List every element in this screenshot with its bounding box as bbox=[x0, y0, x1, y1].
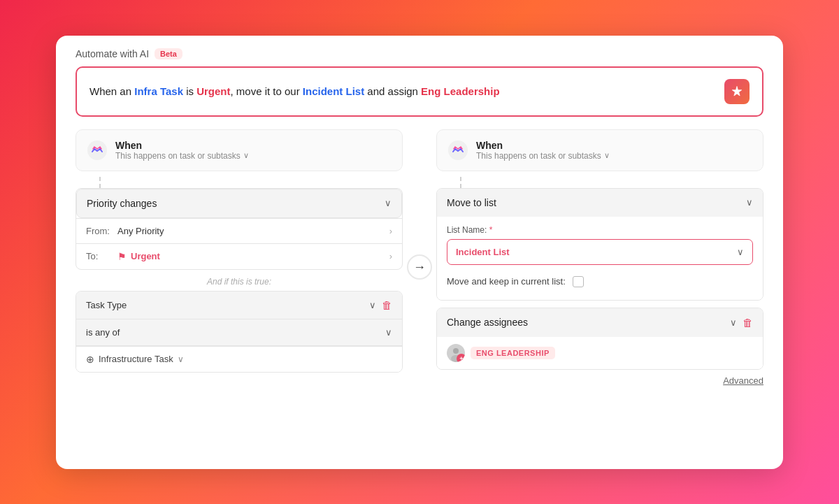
trigger-chevron: ∨ bbox=[385, 198, 392, 208]
assignees-delete-icon[interactable]: 🗑 bbox=[743, 317, 753, 329]
assignees-label: Change assignees bbox=[447, 317, 528, 328]
infra-chevron: ∨ bbox=[178, 354, 184, 364]
prompt-urgent: Urgent bbox=[196, 85, 230, 97]
prompt-middle1: is bbox=[183, 85, 196, 97]
ai-prompt-text: When an Infra Task is Urgent, move it to… bbox=[89, 85, 500, 97]
ai-prompt-box: When an Infra Task is Urgent, move it to… bbox=[76, 66, 763, 117]
assignees-header[interactable]: Change assignees ∨ 🗑 bbox=[437, 308, 763, 337]
right-when-block[interactable]: When This happens on task or subtasks ∨ bbox=[436, 129, 763, 171]
prompt-incident-list: Incident List bbox=[303, 85, 364, 97]
from-row[interactable]: From: Any Priority › bbox=[76, 218, 402, 243]
right-column: When This happens on task or subtasks ∨ … bbox=[420, 129, 763, 386]
condition-sub-row[interactable]: is any of ∨ bbox=[76, 319, 402, 346]
condition-sub-label: is any of bbox=[86, 327, 120, 338]
when-subtitle-right: This happens on task or subtasks ∨ bbox=[476, 151, 610, 161]
assignee-avatar: + bbox=[447, 344, 465, 362]
clickup-logo-right bbox=[448, 141, 468, 160]
avatar-plus-icon: + bbox=[457, 354, 465, 362]
infra-task-row[interactable]: ⊕ Infrastructure Task ∨ bbox=[76, 346, 402, 372]
assignees-body: + ENG LEADERSHIP bbox=[437, 337, 763, 369]
flag-icon: ⚑ bbox=[117, 251, 127, 262]
list-name-label: List Name: * bbox=[447, 225, 753, 235]
keep-in-list-label: Move and keep in current list: bbox=[447, 276, 566, 287]
action-body: List Name: * Incident List ∨ Move and ke… bbox=[437, 217, 763, 300]
infra-task-label: Infrastructure Task bbox=[99, 354, 173, 364]
move-to-list-block: Move to list ∨ List Name: * Incident Lis… bbox=[436, 188, 763, 301]
prompt-middle2: , move it to our bbox=[230, 85, 302, 97]
advanced-link[interactable]: Advanced bbox=[436, 370, 763, 386]
condition-sub-chevron: ∨ bbox=[385, 327, 392, 338]
incident-list-chevron: ∨ bbox=[737, 247, 744, 257]
condition-actions: ∨ 🗑 bbox=[369, 299, 392, 311]
keep-in-list-row: Move and keep in current list: bbox=[447, 272, 753, 291]
trigger-block: Priority changes ∨ From: Any Priority › … bbox=[76, 188, 403, 270]
eng-badge: ENG LEADERSHIP bbox=[471, 347, 555, 359]
to-chevron: › bbox=[389, 251, 392, 261]
incident-list-text: Incident List bbox=[456, 247, 510, 257]
when-subtitle-left: This happens on task or subtasks ∨ bbox=[115, 151, 249, 161]
condition-type-row[interactable]: Task Type ∨ 🗑 bbox=[76, 291, 402, 319]
top-bar: Automate with AI Beta bbox=[56, 36, 783, 66]
columns-container: When This happens on task or subtasks ∨ … bbox=[56, 129, 783, 405]
when-chevron-right: ∨ bbox=[604, 151, 610, 160]
from-chevron: › bbox=[389, 226, 392, 236]
urgent-label: Urgent bbox=[131, 251, 160, 261]
when-text-right: When This happens on task or subtasks ∨ bbox=[476, 140, 610, 161]
required-star: * bbox=[489, 225, 493, 235]
left-when-block[interactable]: When This happens on task or subtasks ∨ bbox=[76, 129, 403, 171]
to-row[interactable]: To: ⚑ Urgent › bbox=[76, 243, 402, 269]
trigger-select[interactable]: Priority changes ∨ bbox=[76, 189, 402, 218]
beta-badge: Beta bbox=[155, 48, 182, 59]
prompt-before: When an bbox=[89, 85, 134, 97]
assignees-header-actions: ∨ 🗑 bbox=[730, 317, 753, 329]
prompt-infra-task: Infra Task bbox=[134, 85, 183, 97]
clickup-logo-left bbox=[87, 141, 107, 160]
sparkle-icon bbox=[731, 85, 743, 98]
action-label: Move to list bbox=[447, 197, 496, 208]
assignees-block: Change assignees ∨ 🗑 + bbox=[436, 308, 763, 370]
prompt-eng-leadership: Eng Leadership bbox=[421, 85, 500, 97]
when-title-left: When bbox=[115, 140, 249, 151]
globe-icon: ⊕ bbox=[86, 354, 94, 365]
automate-label: Automate with AI bbox=[76, 48, 149, 59]
to-value: ⚑ Urgent bbox=[117, 251, 389, 262]
and-if-label: And if this is true: bbox=[76, 270, 403, 291]
when-chevron-left: ∨ bbox=[243, 151, 249, 160]
arrow-divider: → bbox=[407, 254, 432, 280]
action-chevron: ∨ bbox=[746, 197, 753, 208]
to-label: To: bbox=[86, 251, 117, 261]
assignees-chevron: ∨ bbox=[730, 317, 737, 328]
from-value: Any Priority bbox=[117, 226, 389, 236]
when-title-right: When bbox=[476, 140, 610, 151]
action-header[interactable]: Move to list ∨ bbox=[437, 189, 763, 217]
condition-chevron: ∨ bbox=[369, 300, 376, 310]
from-label: From: bbox=[86, 226, 117, 236]
left-column: When This happens on task or subtasks ∨ … bbox=[76, 129, 420, 386]
dashed-connector-right bbox=[460, 177, 763, 188]
ai-magic-button[interactable] bbox=[724, 79, 750, 104]
condition-type-label: Task Type bbox=[86, 300, 127, 310]
main-card: Automate with AI Beta When an Infra Task… bbox=[56, 36, 783, 469]
keep-in-list-checkbox[interactable] bbox=[573, 276, 584, 287]
incident-list-select[interactable]: Incident List ∨ bbox=[447, 239, 753, 265]
when-text-left: When This happens on task or subtasks ∨ bbox=[115, 140, 249, 161]
condition-delete-icon[interactable]: 🗑 bbox=[382, 299, 392, 311]
dashed-connector-left bbox=[99, 177, 403, 188]
trigger-label: Priority changes bbox=[87, 198, 157, 209]
prompt-middle3: and assign bbox=[364, 85, 421, 97]
condition-block: Task Type ∨ 🗑 is any of ∨ ⊕ Infrastructu… bbox=[76, 291, 403, 373]
svg-point-3 bbox=[453, 348, 459, 354]
